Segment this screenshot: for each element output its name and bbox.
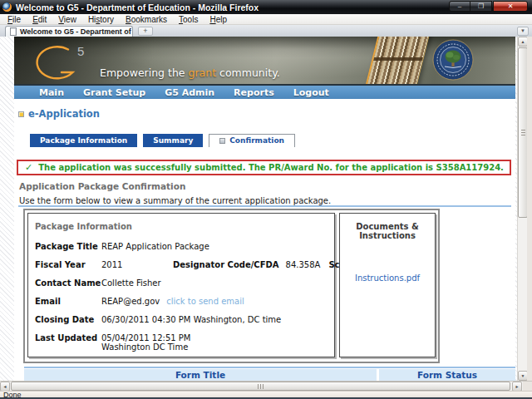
tab-window-icon: [219, 138, 225, 144]
last-updated-value: 05/04/2011 12:51 PM Washington DC Time: [101, 333, 190, 352]
horizontal-scrollbar[interactable]: ◄ ►: [0, 381, 532, 391]
tab-package-information[interactable]: Package Information: [30, 134, 137, 147]
menu-file[interactable]: File: [2, 15, 27, 24]
window-right-edge: [527, 37, 532, 381]
last-updated-row: Last Updated 05/04/2011 12:51 PM Washing…: [35, 333, 328, 352]
g5-logo: 5: [36, 42, 96, 81]
section-heading: Application Package Confirmation: [19, 181, 185, 191]
status-bar: Done: [0, 391, 532, 397]
nav-g5-admin[interactable]: G5 Admin: [165, 87, 214, 98]
designator-value: 84.358A: [286, 260, 321, 269]
nav-logout[interactable]: Logout: [293, 87, 329, 98]
contact-name-value: Collette Fisher: [101, 278, 161, 288]
title-bar: Welcome to G5 - Department of Education …: [0, 0, 532, 14]
package-information-box: Package Information Package Title REAP A…: [27, 213, 335, 357]
fiscal-year-row: Fiscal Year 2011 Designator Code/CFDA 84…: [35, 260, 328, 269]
menu-bookmarks[interactable]: Bookmarks: [120, 15, 173, 24]
fiscal-year-value: 2011: [101, 260, 173, 269]
nav-reports[interactable]: Reports: [234, 87, 274, 98]
menu-bar: File Edit View History Bookmarks Tools H…: [0, 14, 532, 25]
package-title-label: Package Title: [35, 242, 101, 251]
breadcrumb: e-Application: [18, 108, 100, 120]
form-status-column-header: Form Status: [379, 369, 515, 381]
browser-tab-active[interactable]: Welcome to G5 - Department of Edu...: [5, 26, 133, 37]
fiscal-year-label: Fiscal Year: [35, 260, 101, 269]
bullet-icon: [18, 111, 24, 117]
page-icon: [10, 27, 17, 36]
closing-date-value: 06/30/2011 04:30 PM Washington, DC time: [101, 315, 281, 324]
email-label: Email: [35, 297, 101, 306]
minimize-button[interactable]: –: [449, 1, 470, 12]
maximize-button[interactable]: ❐: [470, 1, 492, 12]
main-nav: Main Grant Setup G5 Admin Reports Logout: [14, 84, 515, 99]
checkmark-icon: ✓: [25, 162, 32, 173]
package-title-value: REAP Application Package: [101, 242, 209, 251]
browser-tab-title: Welcome to G5 - Department of Edu...: [20, 27, 133, 36]
closing-date-label: Closing Date: [35, 315, 101, 324]
success-alert: ✓ The application was successfully submi…: [17, 160, 511, 175]
window-controls: – ❐ ✕: [449, 1, 528, 12]
window-title: Welcome to G5 - Department of Education …: [16, 2, 259, 12]
package-info-heading: Package Information: [35, 222, 328, 231]
menu-tools[interactable]: Tools: [173, 15, 204, 24]
email-value: REAP@ed.gov: [101, 297, 160, 306]
firefox-icon[interactable]: [2, 2, 12, 12]
divider-bottom: [24, 367, 515, 368]
firefox-window: Welcome to G5 - Department of Education …: [0, 0, 532, 399]
breadcrumb-label[interactable]: e-Application: [28, 108, 100, 120]
page-tabs: Package Information Summary Confirmation: [30, 134, 295, 147]
close-button[interactable]: ✕: [493, 1, 528, 12]
tab-confirmation-label: Confirmation: [229, 135, 284, 147]
tab-summary[interactable]: Summary: [143, 134, 203, 147]
send-email-link[interactable]: click to send email: [166, 297, 244, 306]
instructions-pdf-link[interactable]: Instructions.pdf: [340, 273, 435, 283]
documents-heading: Documents & Instructions: [340, 222, 435, 240]
browser-tab-strip: Welcome to G5 - Department of Edu... + ▼: [0, 25, 532, 37]
form-title-column-header: Form Title: [24, 369, 377, 381]
contact-name-row: Contact Name Collette Fisher: [35, 278, 328, 288]
email-row: Email REAP@ed.gov click to send email: [35, 297, 328, 306]
page-content: 5 Empowering the grant community. Main G…: [14, 37, 515, 381]
list-all-tabs-button[interactable]: ▼: [517, 27, 529, 36]
horizontal-scrollbar-thumb[interactable]: [11, 382, 510, 391]
banner-tagline: Empowering the grant community.: [100, 66, 280, 79]
contact-name-label: Contact Name: [35, 278, 101, 288]
menu-view[interactable]: View: [52, 15, 82, 24]
success-message: The application was successfully submitt…: [38, 163, 504, 172]
package-title-row: Package Title REAP Application Package: [35, 242, 328, 251]
designator-label: Designator Code/CFDA: [173, 260, 279, 269]
instruction-text: Use the form below to view a summary of …: [19, 196, 331, 205]
nav-grant-setup[interactable]: Grant Setup: [83, 87, 145, 98]
vertical-scrollbar[interactable]: ▲ ▼: [517, 37, 527, 381]
new-tab-button[interactable]: +: [138, 27, 153, 36]
summary-container: Package Information Package Title REAP A…: [23, 209, 440, 363]
menu-history[interactable]: History: [82, 15, 120, 24]
g5-banner: 5 Empowering the grant community.: [14, 37, 515, 84]
svg-text:5: 5: [77, 44, 84, 58]
bookshelf-photo: [365, 37, 430, 84]
menu-help[interactable]: Help: [204, 15, 233, 24]
tagline-accent: grant: [189, 66, 217, 79]
divider-top: [18, 205, 511, 207]
closing-date-row: Closing Date 06/30/2011 04:30 PM Washing…: [35, 315, 328, 324]
nav-main[interactable]: Main: [39, 87, 64, 98]
documents-box: Documents & Instructions Instructions.pd…: [339, 213, 436, 357]
menu-edit[interactable]: Edit: [27, 15, 52, 24]
page-viewport: 5 Empowering the grant community. Main G…: [0, 37, 517, 381]
department-of-education-seal: [432, 39, 474, 81]
last-updated-label: Last Updated: [35, 333, 101, 342]
tab-confirmation[interactable]: Confirmation: [209, 134, 295, 147]
